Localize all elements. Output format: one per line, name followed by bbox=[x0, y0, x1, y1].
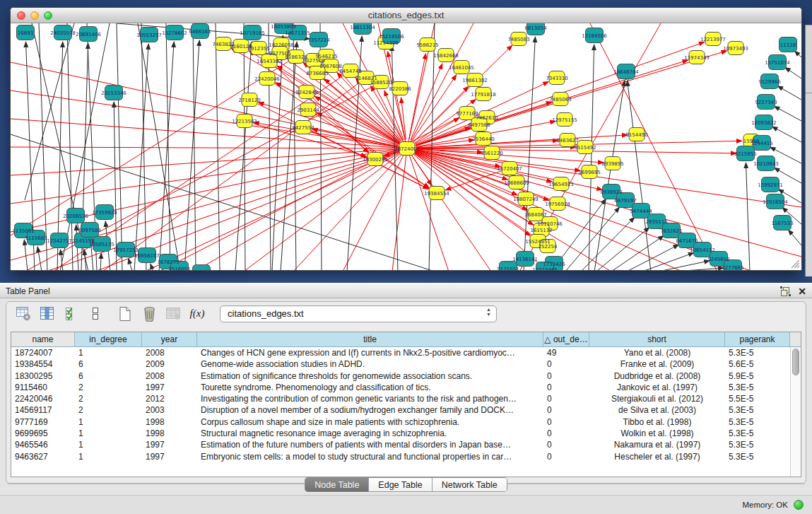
graph-edge[interactable] bbox=[216, 23, 220, 270]
table-cell[interactable]: 18724007 bbox=[11, 347, 75, 358]
table-cell[interactable]: 6 bbox=[75, 358, 142, 370]
tab-network-table[interactable]: Network Table bbox=[433, 478, 507, 491]
table-cell[interactable]: Tibbo et al. (1998) bbox=[589, 416, 725, 428]
graph-edge[interactable] bbox=[151, 264, 153, 270]
table-cell[interactable]: 5.9E-5 bbox=[725, 370, 801, 382]
table-cell[interactable]: 0 bbox=[543, 439, 589, 450]
graph-edge[interactable] bbox=[392, 148, 407, 270]
table-cell[interactable]: 2 bbox=[75, 393, 142, 404]
table-cell[interactable]: 2008 bbox=[142, 370, 197, 382]
table-cell[interactable]: 49 bbox=[543, 347, 589, 358]
graph-edge[interactable] bbox=[746, 163, 750, 270]
table-cell[interactable]: 5.3E-5 bbox=[725, 416, 801, 428]
table-cell[interactable]: 1 bbox=[75, 451, 142, 462]
graph-edge[interactable] bbox=[117, 23, 122, 270]
graph-edge[interactable] bbox=[254, 122, 398, 147]
float-panel-icon[interactable] bbox=[780, 286, 791, 296]
graph-edge[interactable] bbox=[244, 148, 407, 270]
background-window-edge[interactable] bbox=[805, 25, 812, 276]
graph-edge[interactable] bbox=[412, 75, 457, 141]
table-cell[interactable]: 18300295 bbox=[11, 370, 75, 382]
table-cell[interactable]: Estimation of the future numbers of pati… bbox=[197, 439, 543, 450]
graph-edge[interactable] bbox=[659, 261, 710, 270]
graph-edge[interactable] bbox=[102, 78, 366, 270]
graph-edge[interactable] bbox=[774, 106, 801, 121]
table-cell[interactable]: 1 bbox=[75, 347, 142, 358]
column-header-pagerank[interactable]: pagerank bbox=[725, 332, 790, 346]
graph-edge[interactable] bbox=[159, 113, 467, 270]
table-cell[interactable]: Stergiakouli et al. (2012) bbox=[589, 393, 725, 404]
graph-edge[interactable] bbox=[788, 230, 801, 245]
table-cell[interactable]: 1997 bbox=[142, 382, 197, 393]
table-row[interactable]: 946554611997Estimation of the future num… bbox=[11, 439, 801, 450]
network-canvas[interactable]: 1872400774638229160123891235518226058932… bbox=[11, 23, 801, 270]
table-cell[interactable]: Yano et al. (2008) bbox=[589, 347, 725, 358]
graph-edge[interactable] bbox=[129, 258, 132, 270]
table-row[interactable]: 946362711997Embryonic stem cells: a mode… bbox=[11, 451, 801, 462]
table-cell[interactable]: 9699695 bbox=[11, 428, 75, 439]
graph-edge[interactable] bbox=[235, 42, 252, 270]
table-cell[interactable]: 9115460 bbox=[11, 382, 75, 393]
table-cell[interactable]: 0 bbox=[543, 393, 589, 404]
table-cell[interactable]: 5.3E-5 bbox=[725, 347, 801, 358]
table-cell[interactable]: 0 bbox=[543, 451, 589, 462]
table-cell[interactable]: de Silva et al. (2003) bbox=[589, 404, 725, 416]
column-visibility-icon[interactable] bbox=[39, 306, 56, 322]
graph-edge[interactable] bbox=[184, 40, 199, 270]
graph-edge[interactable] bbox=[777, 86, 801, 100]
table-cell[interactable]: 0 bbox=[543, 370, 589, 382]
scrollbar-thumb[interactable] bbox=[792, 349, 799, 375]
network-window-titlebar[interactable]: citations_edges.txt bbox=[11, 8, 801, 23]
network-window[interactable]: citations_edges.txt 18724007746382291601… bbox=[10, 7, 802, 271]
graph-edge[interactable] bbox=[24, 240, 28, 270]
table-cell[interactable]: Wolkin et al. (1998) bbox=[589, 428, 725, 439]
table-row[interactable]: 969969511998Structural magnetic resonanc… bbox=[11, 428, 801, 439]
table-cell[interactable]: 5.3E-5 bbox=[725, 428, 801, 439]
graph-edge[interactable] bbox=[159, 42, 174, 270]
table-row[interactable]: 977716911998Corpus callosum shape and si… bbox=[11, 416, 801, 428]
table-cell[interactable]: Changes of HCN gene expression and I(f) … bbox=[197, 347, 543, 358]
column-header-out_de[interactable]: △ out_de… bbox=[543, 332, 589, 346]
graph-edge[interactable] bbox=[413, 45, 512, 142]
graph-edge[interactable] bbox=[785, 67, 801, 78]
table-cell[interactable]: 2 bbox=[75, 404, 142, 416]
table-row[interactable]: 2242004622012Investigating the contribut… bbox=[11, 393, 801, 404]
table-cell[interactable]: 5.3E-5 bbox=[725, 439, 801, 450]
table-cell[interactable]: Embryonic stem cells: a model to study s… bbox=[197, 451, 543, 462]
graph-edge[interactable] bbox=[11, 57, 296, 235]
table-cell[interactable]: 5.3E-5 bbox=[725, 404, 801, 416]
table-row[interactable]: 911546021997Tourette syndrome. Phenomeno… bbox=[11, 382, 801, 393]
rows-icon[interactable] bbox=[87, 306, 104, 322]
graph-edge[interactable] bbox=[407, 148, 491, 270]
graph-edge[interactable] bbox=[392, 45, 398, 270]
table-cell[interactable]: 2009 bbox=[142, 358, 197, 370]
table-cell[interactable]: 5.3E-5 bbox=[725, 382, 801, 393]
table-row[interactable]: 1830029562008Estimation of significance … bbox=[11, 370, 801, 382]
graph-edge[interactable] bbox=[37, 247, 42, 270]
graph-edge[interactable] bbox=[100, 253, 101, 270]
table-cell[interactable]: 0 bbox=[543, 382, 589, 393]
table-cell[interactable]: Jankovic et al. (1997) bbox=[589, 382, 725, 393]
table-cell[interactable]: Hescheler et al. (1997) bbox=[589, 451, 725, 462]
tab-edge-table[interactable]: Edge Table bbox=[369, 478, 432, 491]
table-cell[interactable]: 9777169 bbox=[11, 416, 75, 428]
table-cell[interactable]: 2003 bbox=[142, 404, 197, 416]
table-cell[interactable]: Estimation of significance thresholds fo… bbox=[197, 370, 543, 382]
table-cell[interactable]: 14569117 bbox=[11, 404, 75, 416]
table-cell[interactable]: Tourette syndrome. Phenomenology and cla… bbox=[197, 382, 543, 393]
graph-edge[interactable] bbox=[772, 127, 801, 142]
column-header-title[interactable]: title bbox=[197, 332, 543, 346]
graph-edge[interactable] bbox=[293, 148, 407, 270]
new-column-icon[interactable] bbox=[117, 306, 134, 322]
table-cell[interactable]: Dudbridge et al. (2008) bbox=[589, 370, 725, 382]
table-cell[interactable]: 0 bbox=[543, 428, 589, 439]
table-cell[interactable]: Investigating the contribution of common… bbox=[197, 393, 543, 404]
table-cell[interactable]: 2012 bbox=[142, 393, 197, 404]
table-cell[interactable]: Disruption of a novel member of a sodium… bbox=[197, 404, 543, 416]
graph-edge[interactable] bbox=[25, 23, 74, 200]
graph-edge[interactable] bbox=[628, 81, 651, 270]
table-cell[interactable]: Structural magnetic resonance image aver… bbox=[197, 428, 543, 439]
table-cell[interactable]: 5.5E-5 bbox=[725, 393, 801, 404]
table-cell[interactable]: 5.3E-5 bbox=[725, 451, 801, 462]
table-cell[interactable]: 0 bbox=[543, 358, 589, 370]
